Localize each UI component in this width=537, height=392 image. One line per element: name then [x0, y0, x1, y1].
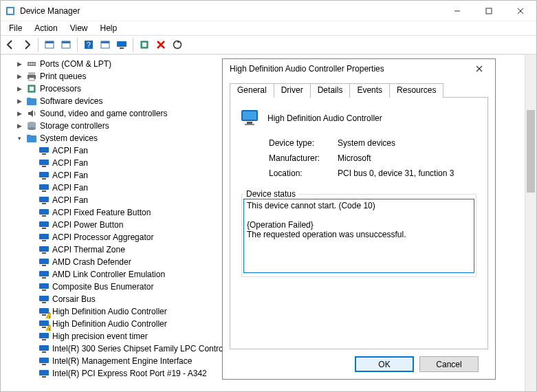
device-icon — [39, 157, 50, 168]
tab-page-general: High Definition Audio Controller Device … — [230, 98, 488, 349]
device-type-label: Device type: — [269, 138, 338, 148]
manufacturer-value: Microsoft — [338, 153, 478, 163]
tree-category-label: Sound, video and game controllers — [40, 109, 167, 118]
update-driver-button[interactable] — [169, 37, 186, 52]
vertical-scrollbar[interactable] — [525, 55, 536, 391]
dialog-titlebar: High Definition Audio Controller Propert… — [223, 59, 495, 78]
menu-file[interactable]: File — [3, 22, 28, 34]
tree-device-label: High Definition Audio Controller — [52, 319, 167, 329]
close-button[interactable] — [505, 1, 536, 21]
device-status-label: Device status — [243, 189, 298, 199]
device-icon — [39, 269, 50, 280]
tree-device-label: ACPI Fan — [52, 195, 88, 205]
nav-forward-button[interactable] — [19, 37, 35, 52]
tree-category-label: Ports (COM & LPT) — [40, 59, 111, 69]
device-icon — [39, 368, 50, 379]
window-title: Device Manager — [20, 6, 441, 16]
device-icon — [39, 145, 50, 156]
expand-icon[interactable]: ▶ — [16, 98, 23, 105]
svg-rect-30 — [486, 8, 492, 14]
manufacturer-label: Manufacturer: — [269, 153, 338, 163]
tree-device-label: AMD Crash Defender — [52, 257, 131, 267]
tree-device-label: ACPI Thermal Zone — [52, 245, 125, 254]
sound-icon — [26, 108, 37, 119]
cpu-icon — [26, 83, 37, 94]
app-icon — [5, 6, 16, 17]
tab-resources[interactable]: Resources — [389, 83, 443, 98]
menubar: File Action View Help — [1, 21, 536, 35]
device-icon — [39, 182, 50, 193]
dialog-title: High Definition Audio Controller Propert… — [230, 64, 468, 74]
show-hide-tree-button[interactable] — [41, 37, 58, 52]
maximize-button[interactable] — [473, 1, 505, 21]
tree-device-label: Intel(R) Management Engine Interface — [52, 356, 192, 366]
tree-device-label: AMD Link Controller Emulation — [52, 270, 165, 279]
device-icon — [39, 244, 50, 255]
titlebar: Device Manager — [1, 1, 536, 21]
tree-category-label: Print queues — [40, 72, 86, 81]
device-icon — [39, 294, 50, 305]
help-button[interactable] — [80, 37, 97, 52]
menu-help[interactable]: Help — [95, 22, 123, 34]
expand-icon[interactable]: ▶ — [16, 110, 23, 117]
device-icon — [39, 170, 50, 181]
tree-device-label: Intel(R) PCI Express Root Port #19 - A34… — [52, 369, 207, 378]
device-icon — [39, 306, 50, 317]
location-value: PCI bus 0, device 31, function 3 — [338, 168, 478, 178]
tree-device-label: Corsair Bus — [52, 294, 96, 304]
device-icon — [39, 281, 50, 292]
tree-device-label: ACPI Fan — [52, 158, 88, 168]
menu-action[interactable]: Action — [29, 22, 63, 34]
tab-details[interactable]: Details — [310, 83, 351, 98]
tree-category-label: Storage controllers — [40, 121, 109, 131]
system-devices-icon — [26, 133, 37, 144]
properties-dialog: High Definition Audio Controller Propert… — [222, 58, 496, 380]
expand-icon[interactable]: ▶ — [16, 85, 23, 92]
add-legacy-hw-button[interactable] — [136, 37, 153, 52]
tree-category-label: Software devices — [40, 96, 102, 106]
collapse-icon[interactable]: ▾ — [16, 135, 23, 142]
device-icon — [39, 232, 50, 243]
dialog-tabs: General Driver Details Events Resources — [230, 83, 488, 98]
toolbar-separator — [38, 38, 39, 52]
menu-view[interactable]: View — [65, 22, 94, 34]
device-icon — [240, 107, 259, 129]
tab-general[interactable]: General — [230, 83, 274, 98]
view-devices-button[interactable] — [97, 37, 113, 52]
tree-device-label: High Definition Audio Controller — [52, 307, 167, 316]
expand-icon[interactable]: ▶ — [16, 73, 23, 80]
svg-rect-28 — [8, 8, 13, 14]
software-icon — [26, 96, 37, 107]
device-status-text[interactable] — [243, 199, 474, 273]
cancel-button[interactable]: Cancel — [419, 356, 479, 372]
toolbar-separator — [133, 38, 133, 52]
device-icon — [39, 356, 50, 367]
device-icon — [39, 207, 50, 218]
tree-device-label: ACPI Fan — [52, 183, 88, 193]
expand-icon[interactable]: ▶ — [16, 122, 23, 129]
minimize-button[interactable] — [441, 1, 473, 21]
tree-device-label: ACPI Processor Aggregator — [52, 232, 153, 242]
dialog-close-button[interactable] — [468, 61, 491, 76]
tree-device-label: ACPI Power Button — [52, 220, 123, 230]
tree-category-label: System devices — [40, 133, 98, 143]
toolbar-separator — [77, 38, 78, 52]
properties-button[interactable] — [58, 37, 74, 52]
tree-device-label: High precision event timer — [52, 331, 148, 341]
uninstall-device-button[interactable] — [153, 37, 169, 52]
device-type-value: System devices — [338, 138, 478, 148]
nav-back-button[interactable] — [2, 37, 19, 52]
scan-hardware-button[interactable] — [113, 37, 130, 52]
tree-device-label: Composite Bus Enumerator — [52, 282, 153, 292]
device-icon — [39, 343, 50, 354]
tab-events[interactable]: Events — [349, 83, 390, 98]
ok-button[interactable]: OK — [355, 356, 414, 372]
expand-icon[interactable]: ▶ — [16, 61, 23, 67]
tree-device-label: Intel(R) 300 Series Chipset Family LPC C… — [52, 344, 234, 353]
tree-device-label: ACPI Fan — [52, 146, 88, 155]
device-status-group: Device status — [241, 189, 476, 277]
device-icon — [39, 331, 50, 342]
tree-device-label: ACPI Fixed Feature Button — [52, 208, 151, 217]
ports-icon — [26, 58, 37, 69]
tab-driver[interactable]: Driver — [274, 83, 311, 98]
